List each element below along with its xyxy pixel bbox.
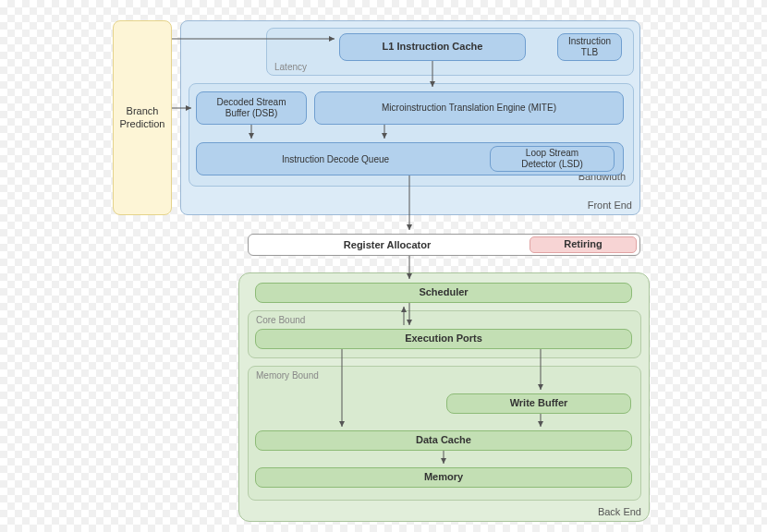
label-idq: Instruction Decode Queue	[197, 143, 474, 176]
block-mite: Microinstruction Translation Engine (MIT…	[314, 91, 624, 125]
block-l1-icache: L1 Instruction Cache	[339, 33, 526, 61]
label-front-end: Front End	[588, 200, 632, 211]
label-core-bound: Core Bound	[256, 315, 305, 325]
label-back-end: Back End	[598, 506, 641, 517]
block-data-cache: Data Cache	[255, 430, 632, 451]
label-memory-bound: Memory Bound	[256, 370, 319, 381]
block-memory: Memory	[255, 467, 632, 488]
label-latency: Latency	[274, 62, 307, 72]
block-execution-ports: Execution Ports	[255, 329, 632, 349]
block-scheduler: Scheduler	[255, 283, 632, 303]
block-lsd: Loop Stream Detector (LSD)	[490, 146, 615, 172]
block-write-buffer: Write Buffer	[446, 393, 631, 414]
block-branch-prediction: Branch Prediction	[113, 20, 172, 215]
block-itlb: Instruction TLB	[557, 33, 622, 61]
block-dsb: Decoded Stream Buffer (DSB)	[196, 91, 307, 125]
block-retiring: Retiring	[530, 236, 637, 253]
label-register-allocator: Register Allocator	[249, 235, 526, 257]
